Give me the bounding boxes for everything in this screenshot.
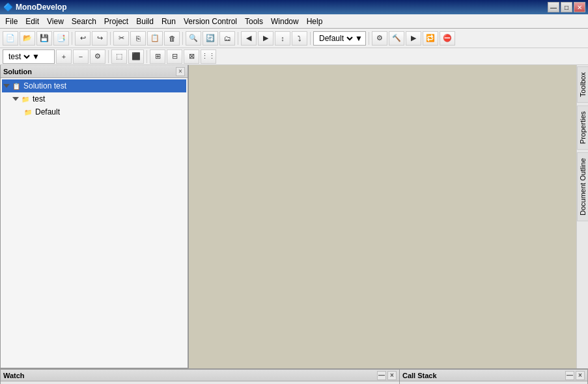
menu-view[interactable]: View xyxy=(43,16,68,27)
minimize-button[interactable]: — xyxy=(548,2,559,12)
copy-button[interactable]: ⎘ xyxy=(130,31,146,46)
run-2-button[interactable]: 🔁 xyxy=(423,31,438,46)
title-bar: 🔷 MonoDevelop — □ ✕ xyxy=(0,0,588,14)
left-panel: Solution × 📋 Solution test 📁 test xyxy=(0,65,189,368)
callstack-panel-title: Call Stack xyxy=(402,372,564,379)
open-file-button[interactable]: 📂 xyxy=(20,31,35,46)
toolbar-sep-3 xyxy=(182,32,183,45)
test-label: test xyxy=(33,94,45,103)
add-button[interactable]: + xyxy=(56,49,72,64)
watch-panel: Watch — × Name Value Type Click here to … xyxy=(0,369,399,384)
toolbar2-sep-1 xyxy=(108,50,109,63)
solution-tree[interactable]: 📋 Solution test 📁 test 📁 Default xyxy=(1,78,188,368)
settings-button[interactable]: ⚙ xyxy=(90,49,105,64)
project-select[interactable]: test xyxy=(6,51,32,62)
menu-window[interactable]: Window xyxy=(267,16,303,27)
tb2-btn3[interactable]: ⊞ xyxy=(150,49,165,64)
paste-button[interactable]: 📋 xyxy=(147,31,163,46)
nav-forward-button[interactable]: ▶ xyxy=(258,31,273,46)
tree-item-default[interactable]: 📁 Default xyxy=(2,105,186,118)
menu-tools[interactable]: Tools xyxy=(241,16,267,27)
menu-project[interactable]: Project xyxy=(100,16,132,27)
delete-button[interactable]: 🗑 xyxy=(164,31,180,46)
folder-icon-test: 📁 xyxy=(20,94,31,104)
menu-bar: File Edit View Search Project Build Run … xyxy=(0,14,588,29)
config-dropdown[interactable]: Default ▼ xyxy=(313,31,366,46)
main-toolbar: 📄 📂 💾 📑 ↩ ↪ ✂ ⎘ 📋 🗑 🔍 🔄 🗂 ◀ ▶ ↕ ⤵ Defaul… xyxy=(0,29,588,48)
tb2-btn5[interactable]: ⊠ xyxy=(184,49,199,64)
center-area xyxy=(189,65,576,368)
chevron-down-icon: ▼ xyxy=(32,52,40,61)
callstack-panel: Call Stack — × Name File Language Addres… xyxy=(399,369,588,384)
tree-item-solution[interactable]: 📋 Solution test xyxy=(2,79,186,92)
chevron-down-icon: ▼ xyxy=(355,34,363,43)
folder-icon-default: 📁 xyxy=(23,107,33,117)
toolbar-sep-5 xyxy=(310,32,311,45)
build-1-button[interactable]: ⚙ xyxy=(372,31,387,46)
solution-panel: Solution × 📋 Solution test 📁 test xyxy=(0,65,188,368)
toolbar2-sep-2 xyxy=(147,50,147,63)
callstack-minimize-btn[interactable]: — xyxy=(565,371,574,380)
expand-icon xyxy=(3,84,10,88)
toolbox-tab[interactable]: Toolbox xyxy=(577,66,589,103)
right-side-tabs: Toolbox Properties Document Outline xyxy=(576,65,588,368)
toolbar-sep-2 xyxy=(110,32,111,45)
app-icon: 🔷 xyxy=(3,2,13,12)
undo-button[interactable]: ↩ xyxy=(75,31,91,46)
toolbar-sep-6 xyxy=(369,32,369,45)
callstack-close-btn[interactable]: × xyxy=(576,371,585,380)
maximize-button[interactable]: □ xyxy=(561,2,572,12)
run-1-button[interactable]: ▶ xyxy=(406,31,421,46)
redo-button[interactable]: ↪ xyxy=(92,31,107,46)
cut-button[interactable]: ✂ xyxy=(113,31,129,46)
find-file-button[interactable]: 🗂 xyxy=(219,31,235,46)
main-area: Solution × 📋 Solution test 📁 test xyxy=(0,65,588,368)
menu-file[interactable]: File xyxy=(1,16,21,27)
project-toolbar: test ▼ + − ⚙ ⬚ ⬛ ⊞ ⊟ ⊠ ⋮⋮ xyxy=(0,48,588,65)
watch-close-btn[interactable]: × xyxy=(387,371,397,380)
watch-column-headers: Name Value Type xyxy=(1,381,399,384)
config-select[interactable]: Default xyxy=(316,33,355,44)
menu-help[interactable]: Help xyxy=(303,16,327,27)
window-controls: — □ ✕ xyxy=(548,2,585,12)
callstack-column-headers: Name File Language Address xyxy=(400,381,587,384)
nav-back-button[interactable]: ◀ xyxy=(241,31,257,46)
solution-panel-close[interactable]: × xyxy=(176,67,185,76)
watch-panel-header: Watch — × xyxy=(1,370,399,381)
nav-4-button[interactable]: ⤵ xyxy=(292,31,307,46)
menu-version-control[interactable]: Version Control xyxy=(180,16,241,27)
properties-tab[interactable]: Properties xyxy=(577,105,589,150)
menu-build[interactable]: Build xyxy=(132,16,158,27)
tree-item-test[interactable]: 📁 test xyxy=(2,92,186,105)
document-outline-tab[interactable]: Document Outline xyxy=(577,152,589,221)
solution-icon: 📋 xyxy=(11,81,21,91)
solution-header: Solution × xyxy=(1,65,188,78)
new-file-button[interactable]: 📄 xyxy=(3,31,18,46)
bottom-panels: Watch — × Name Value Type Click here to … xyxy=(0,368,588,384)
tb2-btn1[interactable]: ⬚ xyxy=(111,49,127,64)
editor-area[interactable] xyxy=(189,65,576,368)
tb2-btn4[interactable]: ⊟ xyxy=(167,49,182,64)
project-dropdown[interactable]: test ▼ xyxy=(3,49,55,64)
search-button[interactable]: 🔍 xyxy=(186,31,201,46)
default-label: Default xyxy=(35,107,60,117)
replace-button[interactable]: 🔄 xyxy=(203,31,218,46)
watch-panel-title: Watch xyxy=(3,372,376,379)
tb2-btn2[interactable]: ⬛ xyxy=(128,49,144,64)
window-title: MonoDevelop xyxy=(16,3,548,12)
save-button[interactable]: 💾 xyxy=(36,31,52,46)
menu-edit[interactable]: Edit xyxy=(21,16,43,27)
remove-button[interactable]: − xyxy=(73,49,89,64)
solution-panel-title: Solution xyxy=(3,68,175,75)
stop-button[interactable]: ⛔ xyxy=(440,31,455,46)
build-2-button[interactable]: 🔨 xyxy=(389,31,404,46)
solution-label: Solution test xyxy=(23,81,66,90)
menu-run[interactable]: Run xyxy=(158,16,180,27)
callstack-panel-header: Call Stack — × xyxy=(400,370,587,381)
nav-3-button[interactable]: ↕ xyxy=(275,31,290,46)
tb2-btn6[interactable]: ⋮⋮ xyxy=(201,49,216,64)
save-all-button[interactable]: 📑 xyxy=(53,31,69,46)
close-button[interactable]: ✕ xyxy=(574,2,585,12)
menu-search[interactable]: Search xyxy=(68,16,100,27)
watch-minimize-btn[interactable]: — xyxy=(377,371,386,380)
